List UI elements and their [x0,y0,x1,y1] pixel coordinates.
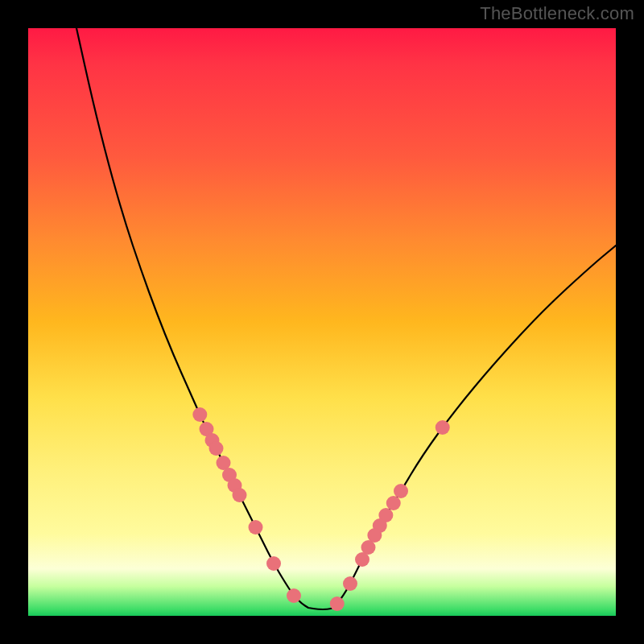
bottleneck-curve [76,28,616,609]
curve-marker [343,576,357,591]
left-branch-dots [192,407,301,603]
curve-marker [436,420,450,435]
chart-container: TheBottleneck.com [0,0,644,644]
watermark-text: TheBottleneck.com [480,3,634,24]
right-branch-dots [330,420,450,611]
curve-layer [28,28,616,616]
curve-marker [330,597,345,611]
plot-area [28,28,616,616]
curve-marker [249,520,263,535]
curve-marker [355,552,369,567]
curve-marker [209,441,224,456]
curve-marker [192,407,207,422]
curve-marker [266,556,281,571]
curve-marker [386,496,401,510]
curve-marker [394,484,408,498]
curve-marker [287,588,301,603]
curve-marker [233,488,247,502]
